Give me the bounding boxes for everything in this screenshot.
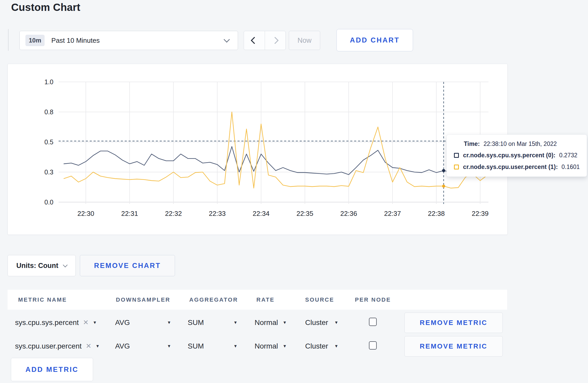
- tooltip-series-1-value: 0.1601: [562, 164, 580, 171]
- rate-value: Normal: [255, 342, 278, 350]
- table-row: sys.cpu.sys.percent ✕ ▼ AVG ▼ SUM ▼ Norm…: [0, 313, 588, 332]
- units-label: Units: Count: [16, 262, 58, 270]
- custom-chart-page: Custom Chart 10m Past 10 Minutes Now ADD…: [0, 0, 588, 383]
- remove-chart-label: REMOVE CHART: [94, 262, 161, 270]
- metric-name-text: sys.cpu.user.percent: [15, 342, 82, 350]
- svg-text:22:34: 22:34: [253, 210, 269, 217]
- remove-metric-button[interactable]: REMOVE METRIC: [404, 336, 503, 357]
- svg-text:0.5: 0.5: [44, 138, 53, 146]
- add-chart-button[interactable]: ADD CHART: [337, 29, 413, 51]
- add-chart-label: ADD CHART: [350, 36, 400, 44]
- chevron-down-icon: [223, 36, 230, 42]
- dropdown-caret-icon: ▼: [167, 344, 171, 349]
- svg-text:22:33: 22:33: [209, 210, 226, 217]
- chevron-left-icon: [251, 37, 258, 44]
- svg-text:0.0: 0.0: [44, 198, 53, 206]
- remove-chart-button[interactable]: REMOVE CHART: [80, 255, 175, 276]
- aggregator-value: SUM: [188, 342, 204, 350]
- metric-name-select[interactable]: sys.cpu.sys.percent ✕ ▼: [15, 313, 97, 332]
- col-header-source: SOURCE: [305, 296, 334, 303]
- rate-select[interactable]: Normal ▼: [255, 313, 287, 332]
- col-header-downsampler: DOWNSAMPLER: [116, 296, 170, 303]
- timeseries-chart[interactable]: 22:3022:3122:3222:3322:3422:3522:3622:37…: [8, 64, 507, 234]
- aggregator-select[interactable]: SUM ▼: [188, 336, 237, 356]
- col-header-aggregator: AGGREGATOR: [189, 296, 238, 303]
- source-value: Cluster: [305, 318, 328, 327]
- source-select[interactable]: Cluster ▼: [305, 313, 338, 332]
- step-back-button[interactable]: [244, 31, 265, 50]
- aggregator-value: SUM: [188, 318, 204, 327]
- col-header-rate: RATE: [256, 296, 275, 303]
- series-0-legend-swatch-icon: [454, 153, 459, 158]
- metric-name-select[interactable]: sys.cpu.user.percent ✕ ▼: [15, 336, 100, 356]
- remove-metric-button[interactable]: REMOVE METRIC: [404, 313, 503, 333]
- svg-text:22:36: 22:36: [340, 210, 357, 217]
- svg-text:22:30: 22:30: [77, 210, 94, 217]
- page-title: Custom Chart: [11, 2, 80, 13]
- add-metric-label: ADD METRIC: [25, 366, 79, 374]
- svg-text:22:37: 22:37: [384, 210, 401, 217]
- now-button[interactable]: Now: [289, 31, 320, 50]
- tooltip-time-label: Time:: [464, 140, 480, 147]
- rate-select[interactable]: Normal ▼: [255, 336, 287, 356]
- downsampler-select[interactable]: AVG ▼: [115, 313, 171, 332]
- metric-name-text: sys.cpu.sys.percent: [15, 318, 79, 327]
- aggregator-select[interactable]: SUM ▼: [188, 313, 237, 332]
- remove-metric-label: REMOVE METRIC: [420, 319, 487, 327]
- dropdown-caret-icon: ▼: [167, 320, 171, 325]
- dropdown-caret-icon[interactable]: ▼: [96, 344, 100, 349]
- dropdown-caret-icon: ▼: [283, 344, 287, 349]
- svg-text:22:32: 22:32: [165, 210, 182, 217]
- time-range-badge: 10m: [25, 35, 45, 46]
- tooltip-series-1-label: cr.node.sys.cpu.user.percent (1):: [463, 164, 558, 171]
- dropdown-caret-icon: ▼: [233, 344, 237, 349]
- now-button-label: Now: [297, 37, 311, 45]
- tooltip-series-0-label: cr.node.sys.cpu.sys.percent (0):: [463, 152, 556, 159]
- svg-text:22:35: 22:35: [296, 210, 313, 217]
- dropdown-caret-icon: ▼: [233, 320, 237, 325]
- dropdown-caret-icon: ▼: [283, 320, 287, 325]
- per-node-checkbox[interactable]: [369, 341, 377, 350]
- metrics-table-header: METRIC NAME DOWNSAMPLER AGGREGATOR RATE …: [8, 290, 507, 310]
- clear-metric-icon[interactable]: ✕: [83, 318, 89, 327]
- chevron-down-icon: [63, 263, 67, 267]
- tooltip-series-0-value: 0.2732: [559, 152, 577, 159]
- source-select[interactable]: Cluster ▼: [305, 336, 338, 356]
- rate-value: Normal: [255, 318, 278, 327]
- svg-text:0.8: 0.8: [44, 108, 53, 116]
- time-range-label: Past 10 Minutes: [51, 37, 100, 45]
- chart-card[interactable]: 22:3022:3122:3222:3322:3422:3522:3622:37…: [8, 64, 508, 235]
- svg-text:22:38: 22:38: [428, 210, 445, 217]
- source-value: Cluster: [305, 342, 328, 350]
- dropdown-caret-icon[interactable]: ▼: [93, 320, 97, 325]
- toolbar-divider: [8, 29, 9, 51]
- step-forward-button[interactable]: [265, 31, 286, 50]
- svg-text:22:31: 22:31: [121, 210, 138, 217]
- clear-metric-icon[interactable]: ✕: [86, 342, 92, 350]
- svg-text:22:39: 22:39: [472, 210, 488, 217]
- time-range-selector[interactable]: 10m Past 10 Minutes: [19, 31, 238, 50]
- downsampler-value: AVG: [115, 342, 130, 350]
- downsampler-select[interactable]: AVG ▼: [115, 336, 171, 356]
- col-header-per-node: PER NODE: [355, 296, 391, 303]
- chevron-right-icon: [271, 37, 279, 44]
- svg-text:0.3: 0.3: [44, 168, 53, 176]
- per-node-checkbox[interactable]: [369, 318, 377, 326]
- time-step-buttons: [244, 31, 286, 50]
- remove-metric-label: REMOVE METRIC: [420, 342, 487, 350]
- table-row: sys.cpu.user.percent ✕ ▼ AVG ▼ SUM ▼ Nor…: [0, 336, 588, 356]
- dropdown-caret-icon: ▼: [334, 344, 338, 349]
- dropdown-caret-icon: ▼: [334, 320, 338, 325]
- downsampler-value: AVG: [115, 318, 130, 327]
- col-header-metric-name: METRIC NAME: [18, 296, 67, 303]
- units-select[interactable]: Units: Count: [8, 255, 76, 276]
- chart-hover-tooltip: Time: 22:38:10 on Mar 15th, 2022 cr.node…: [446, 134, 587, 177]
- tooltip-time-value: 22:38:10 on Mar 15th, 2022: [484, 140, 557, 147]
- svg-text:1.0: 1.0: [44, 78, 53, 86]
- series-1-legend-swatch-icon: [454, 165, 459, 169]
- add-metric-button[interactable]: ADD METRIC: [11, 358, 93, 381]
